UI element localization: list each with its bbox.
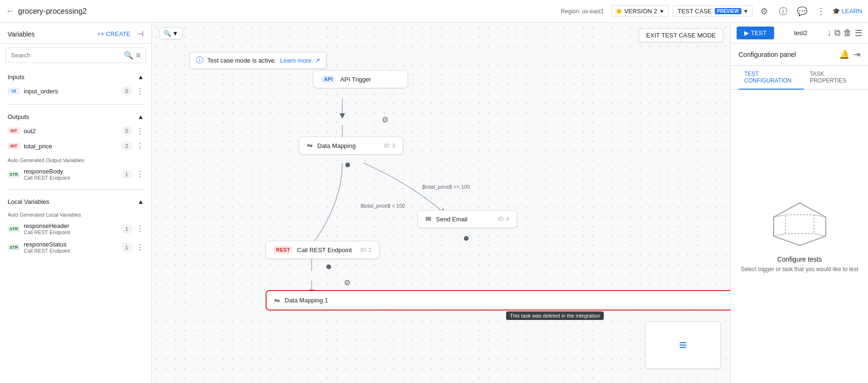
var-name: out2 [24,128,36,135]
configure-tests-area: Configure tests Select trigger or task t… [731,90,868,383]
exit-test-button[interactable]: EXIT TEST CASE MODE [639,28,723,42]
var-count: 0 [121,86,132,96]
inputs-section: Inputs ▲ UI input_orders 0 ⋮ [0,67,151,102]
section-divider [8,189,144,190]
node-send-email[interactable]: ✉ Send Email ID: 4 [417,210,517,228]
more-icon: ⋮ [817,6,825,17]
learn-icon: 🎓 [832,8,840,15]
test-case-label: TEST CASE [678,8,712,15]
svg-line-9 [814,234,826,236]
sidebar-collapse-button[interactable]: ⊣ [137,29,144,38]
var-count: 1 [121,224,132,234]
more-button[interactable]: ⋮ [813,4,829,19]
node-data-mapping[interactable]: ⇋ Data Mapping ID: 3 [299,137,403,155]
rest-label: Call REST Endpoint [297,246,351,254]
zoom-dropdown[interactable]: ▼ [172,30,178,37]
download-button[interactable]: ↓ [827,28,831,38]
type-badge-int: INT [8,143,20,149]
mini-card-icon: ≡ [679,337,687,353]
var-menu-icon[interactable]: ⋮ [136,127,144,136]
api-icon: API [321,75,335,83]
outputs-header[interactable]: Outputs ▲ [8,110,144,123]
var-sub: Call REST Endpoint [24,175,70,181]
section-divider [8,104,144,105]
info-icon: ⓘ [779,6,787,17]
var-name: input_orders [24,88,58,95]
svg-marker-4 [774,203,826,246]
search-input[interactable] [11,52,121,59]
settings-icon: ⚙ [760,6,768,17]
data-mapping-icon: ⇋ [307,142,313,149]
list-item: STR responseHeader Call REST Endpoint 1 … [8,219,144,238]
bell-icon[interactable]: 🔔 [839,49,850,60]
list-item: INT total_price 2 ⋮ [8,138,144,154]
list-item: STR responseBody Call REST Endpoint 1 ⋮ [8,165,144,183]
tab-test-configuration[interactable]: TEST CONFIGURATION [739,66,804,90]
data-mapping-label: Data Mapping [317,142,356,149]
var-name: responseHeader [24,222,70,229]
gear-icon-1: ⚙ [379,114,391,125]
var-menu-icon[interactable]: ⋮ [136,170,144,179]
connector-dot-3 [326,264,331,269]
node-rest-endpoint[interactable]: REST Call REST Endpoint ID: 2 [266,241,379,259]
var-menu-icon[interactable]: ⋮ [136,243,144,252]
gear-icon-2: ⚙ [342,277,353,288]
flow-connectors [152,23,730,383]
chat-button[interactable]: 💬 [794,4,810,19]
test-case-button[interactable]: TEST CASE PREVIEW ▾ [673,5,753,17]
data-mapping-1-label: Data Mapping 1 [285,297,328,304]
back-button[interactable]: ← [6,6,14,16]
api-trigger-label: API Trigger [340,76,371,83]
data-mapping-1-icon: ⇋ [274,297,280,304]
copy-button[interactable]: ⧉ [834,28,840,38]
page-title: grocery-processing2 [18,7,557,16]
configure-title: Configure tests [777,255,822,263]
connector-dot [345,163,350,167]
test2-label: test2 [794,29,807,36]
type-badge-str: STR [8,171,20,178]
node-api-trigger[interactable]: API API Trigger [313,70,408,88]
search-icon: 🔍 [124,51,133,60]
region-label: Region: us-east1 [561,8,604,15]
type-badge-ui: UI [8,88,20,94]
var-menu-icon[interactable]: ⋮ [136,142,144,151]
test-run-button[interactable]: ▶ TEST [737,27,774,39]
edge-label-less: $total_price$ < 100 [360,203,405,209]
local-chevron: ▲ [138,198,144,205]
test-banner: ⓘ Test case mode is active. Learn more. … [190,52,326,69]
filter-icon[interactable]: ≡ [136,51,140,60]
type-badge-str: STR [8,226,20,232]
delete-button[interactable]: 🗑 [843,28,852,38]
version-button[interactable]: VERSION 2 ▾ [611,5,668,17]
main-layout: Variables + + CREATE ⊣ 🔍 ≡ Inputs ▲ [0,23,868,383]
panel-icons: 🔔 ⇥ [839,49,860,60]
auto-output-title: Auto Generated Output Variables [8,154,144,165]
version-label: VERSION 2 [624,8,657,15]
learn-button[interactable]: 🎓 LEARN [832,8,862,15]
configure-sub: Select trigger or task that you would li… [740,266,858,273]
var-menu-icon[interactable]: ⋮ [136,87,144,96]
config-panel-header: Configuration panel 🔔 ⇥ [731,44,868,66]
info-button[interactable]: ⓘ [776,4,791,19]
create-plus-icon: + [97,30,101,37]
node-data-mapping-1[interactable]: 🗑 ⇋ Data Mapping 1 ⚠ This task was delet… [266,290,730,310]
list-item: INT out2 0 ⋮ [8,123,144,138]
create-button[interactable]: + + CREATE [93,28,134,39]
learn-more-link[interactable]: Learn more. ↗ [280,57,320,64]
chat-icon: 💬 [797,6,807,17]
var-name: responseStatus [24,241,70,248]
connector-dot-2 [464,236,469,241]
settings-button[interactable]: ⚙ [757,4,772,19]
menu-button[interactable]: ☰ [855,28,862,38]
sidebar: Variables + + CREATE ⊣ 🔍 ≡ Inputs ▲ [0,23,152,383]
banner-info-icon: ⓘ [196,55,203,65]
edge-label-gte: $total_price$ >= 100 [422,184,470,190]
outputs-title: Outputs [8,113,29,120]
tab-task-properties[interactable]: TASK PROPERTIES [804,66,860,90]
local-header[interactable]: Local Variables ▲ [8,195,144,208]
inputs-header[interactable]: Inputs ▲ [8,71,144,83]
canvas-area[interactable]: 🔍 ▼ ⓘ Test case mode is active. Learn mo… [152,23,730,383]
expand-icon[interactable]: ⇥ [853,49,860,60]
var-menu-icon[interactable]: ⋮ [136,224,144,233]
list-item: UI input_orders 0 ⋮ [8,83,144,99]
